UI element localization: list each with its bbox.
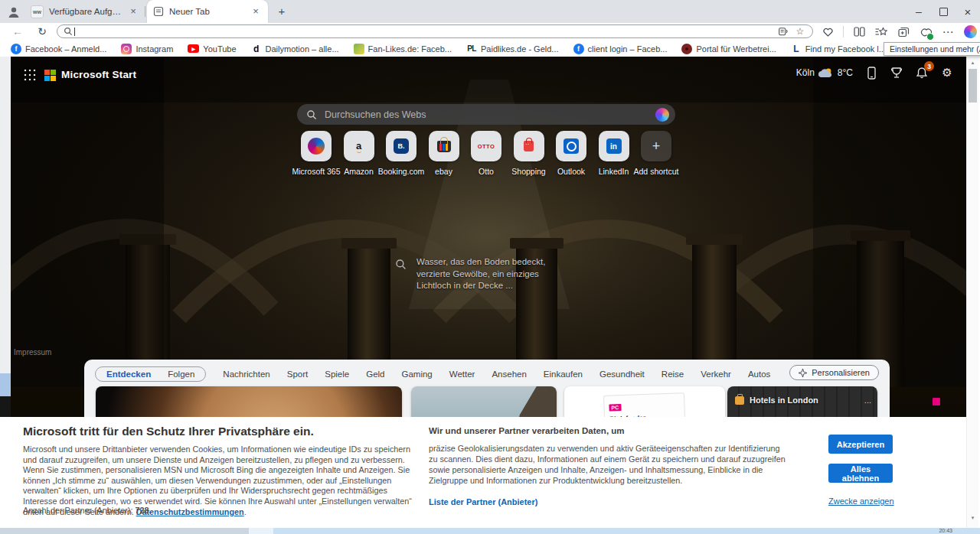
back-button[interactable] <box>11 25 24 37</box>
image-info-search-icon[interactable] <box>395 259 407 270</box>
split-screen-icon[interactable] <box>852 25 866 39</box>
amazon-icon: a <box>356 142 361 150</box>
profile-icon[interactable] <box>5 4 22 21</box>
feed-tab-folgen[interactable]: Folgen <box>168 370 194 379</box>
shortcut-shopping[interactable]: Shopping <box>508 131 550 176</box>
dailymotion-icon: d <box>251 44 262 54</box>
scroll-down-arrow[interactable] <box>967 513 978 523</box>
feed-tab-autos[interactable]: Autos <box>748 370 770 379</box>
close-tab-icon[interactable] <box>250 5 262 18</box>
personalize-button[interactable]: Personalisieren <box>789 365 879 380</box>
partner-count: Anzahl der Partner (Anbieter): 728. <box>23 506 151 515</box>
shortcut-row: Microsoft 365 aAmazon B.Booking.com ebay… <box>296 131 677 176</box>
shortcut-microsoft-365[interactable]: Microsoft 365 <box>296 131 337 176</box>
card-menu-icon[interactable]: ... <box>864 396 871 405</box>
shortcut-linkedin[interactable]: inLinkedIn <box>593 131 635 176</box>
app-launcher-icon[interactable] <box>23 68 36 81</box>
page-scrollbar[interactable] <box>966 57 978 528</box>
extension-safe-icon[interactable] <box>919 25 933 39</box>
feed-tab-verkehr[interactable]: Verkehr <box>701 370 731 379</box>
microsoft-365-icon <box>308 138 325 155</box>
feed-tab-gesundheit[interactable]: Gesundheit <box>599 370 645 379</box>
accept-button[interactable]: Akzeptieren <box>828 435 893 454</box>
tab-woowee[interactable]: ww Verfügbare Aufgaben | WooWee <box>24 0 145 23</box>
bookmark-portal[interactable]: Portal für Werbetrei... <box>681 44 776 54</box>
shortcut-amazon[interactable]: aAmazon <box>338 131 380 176</box>
bookmark-fanlikes[interactable]: Fan-Likes.de: Faceb... <box>354 44 452 54</box>
shortcut-ebay[interactable]: ebay <box>423 131 465 176</box>
browser-essentials-icon[interactable] <box>821 25 835 39</box>
gear-icon[interactable] <box>940 66 954 80</box>
address-bar[interactable] <box>57 24 813 38</box>
bookmark-client-login[interactable]: client login – Faceb... <box>573 44 668 54</box>
settings-and-more-button[interactable] <box>941 25 955 39</box>
background-window-sliver <box>0 373 11 396</box>
scroll-up-arrow[interactable] <box>967 57 978 68</box>
favorites-icon[interactable] <box>874 25 888 39</box>
tab-new-tab[interactable]: Neuer Tab <box>147 0 268 23</box>
feed-tab-reise[interactable]: Reise <box>662 370 684 379</box>
feed-tab-wetter[interactable]: Wetter <box>449 370 475 379</box>
reject-all-button[interactable]: Alles ablehnen <box>828 464 893 483</box>
weather-temp: 8°C <box>838 67 853 78</box>
suitcase-icon <box>735 396 744 405</box>
search-input[interactable] <box>323 109 649 121</box>
show-purposes-link[interactable]: Zwecke anzeigen <box>828 497 894 506</box>
toolbar-divider <box>843 26 844 37</box>
green-check-badge <box>926 33 934 41</box>
bookmark-paidlikes[interactable]: PLPaidlikes.de - Geld... <box>466 44 559 54</box>
price-tag <box>933 398 940 405</box>
feed-tab-sport[interactable]: Sport <box>287 370 309 379</box>
feed-tab-einkaufen[interactable]: Einkaufen <box>544 370 583 379</box>
maximize-button[interactable] <box>931 0 956 23</box>
close-window-button[interactable] <box>956 0 980 23</box>
web-search-bar[interactable] <box>297 104 675 125</box>
feed-tab-gaming[interactable]: Gaming <box>401 370 432 379</box>
mobile-phone-icon[interactable] <box>864 66 878 80</box>
weather-widget[interactable]: Köln 8°C <box>796 67 853 78</box>
bookmark-find-facebook[interactable]: LFind my Facebook l... <box>791 44 886 54</box>
new-tab-button[interactable] <box>276 5 288 18</box>
page-title: Microsoft Start <box>61 69 136 80</box>
shortcut-otto[interactable]: OTTOOtto <box>466 131 507 176</box>
favorite-star-icon[interactable] <box>794 26 806 37</box>
scrollbar-thumb[interactable] <box>969 69 977 103</box>
read-aloud-icon[interactable] <box>777 26 789 37</box>
privacy-policy-link[interactable]: Datenschutzbestimmungen <box>136 507 244 516</box>
taskbar-segment <box>249 528 273 534</box>
instagram-icon <box>121 44 132 54</box>
new-tab-page-icon <box>153 6 164 17</box>
feed-tab-entdecken[interactable]: Entdecken <box>106 370 151 379</box>
cookie-consent-dialog: Microsoft tritt für den Schutz Ihrer Pri… <box>11 417 966 528</box>
copilot-icon[interactable] <box>963 25 977 39</box>
bookmark-youtube[interactable]: YouTube <box>188 44 236 54</box>
copilot-icon[interactable] <box>655 108 669 122</box>
reload-button[interactable] <box>35 25 49 37</box>
consent-right-body: präzise Geolokalisierungsdaten zu verwen… <box>429 443 787 486</box>
shortcut-add[interactable]: Add shortcut <box>635 131 677 176</box>
feed-tab-spiele[interactable]: Spiele <box>325 370 349 379</box>
weather-city: Köln <box>796 67 815 78</box>
feed-tab-geld[interactable]: Geld <box>366 370 384 379</box>
rewards-icon[interactable] <box>890 66 903 80</box>
bookmark-facebook[interactable]: Facebook – Anmeld... <box>11 44 106 54</box>
notification-badge: 3 <box>924 61 934 71</box>
shortcut-booking[interactable]: B.Booking.com <box>381 131 422 176</box>
shortcut-outlook[interactable]: Outlook <box>550 131 592 176</box>
taskbar-clock: 20:43 <box>939 528 952 534</box>
collections-icon[interactable] <box>897 25 910 39</box>
address-input[interactable] <box>80 27 773 36</box>
hero-image-caption: Wasser, das den Boden bedeckt, verzierte… <box>416 256 560 292</box>
partner-list-link[interactable]: Liste der Partner (Anbieter) <box>429 497 537 506</box>
minimize-button[interactable] <box>906 0 931 23</box>
impressum-link[interactable]: Impressum <box>14 348 51 357</box>
feed-tab-nachrichten[interactable]: Nachrichten <box>223 370 270 379</box>
feed-tab-ansehen[interactable]: Ansehen <box>492 370 526 379</box>
close-tab-icon[interactable] <box>127 5 139 18</box>
bookmark-dailymotion[interactable]: dDailymotion – alle... <box>251 44 339 54</box>
bookmark-instagram[interactable]: Instagram <box>121 44 173 54</box>
header-right-controls: Köln 8°C 3 <box>796 66 954 80</box>
youtube-icon <box>188 44 199 53</box>
notifications-bell-icon[interactable]: 3 <box>915 66 929 80</box>
tab-divider <box>145 6 145 17</box>
